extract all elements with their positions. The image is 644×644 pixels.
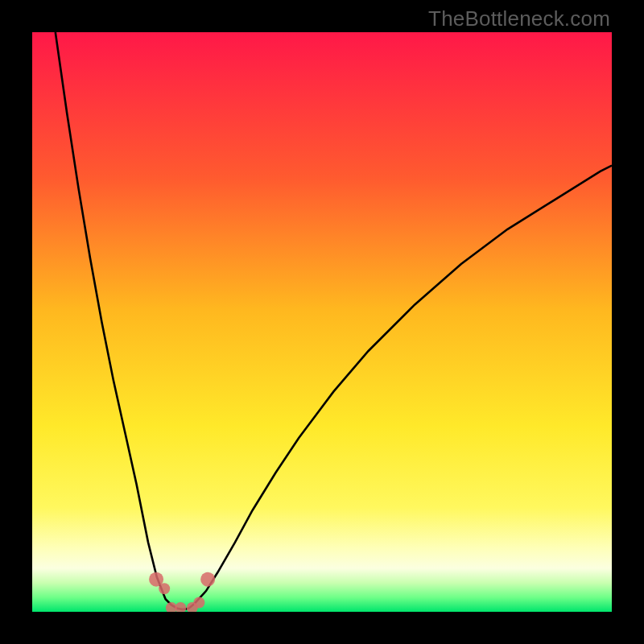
optimal-dot bbox=[193, 597, 204, 608]
plot-area bbox=[32, 32, 612, 612]
curve-right bbox=[183, 166, 612, 610]
optimal-dot bbox=[175, 602, 186, 612]
curve-left bbox=[56, 32, 183, 609]
optimal-dot bbox=[159, 583, 170, 594]
watermark-text: TheBottleneck.com bbox=[428, 6, 610, 31]
curve-layer bbox=[32, 32, 612, 612]
optimal-dot bbox=[200, 572, 215, 587]
outer-frame: TheBottleneck.com bbox=[0, 0, 644, 644]
